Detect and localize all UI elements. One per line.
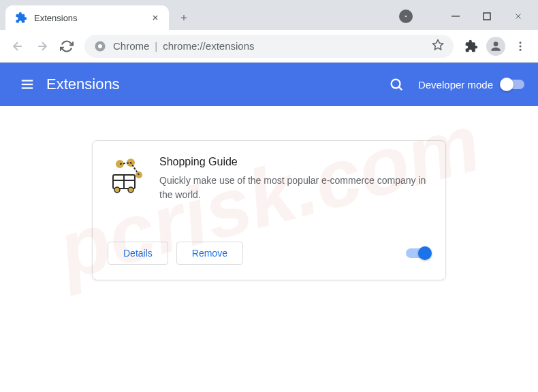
- menu-dots-icon[interactable]: [508, 34, 533, 59]
- window-minimize-button[interactable]: [440, 5, 471, 27]
- svg-rect-0: [452, 16, 460, 17]
- toggle-thumb: [500, 78, 513, 91]
- extension-name: Shopping Guide: [159, 156, 430, 168]
- dropdown-badge-icon[interactable]: [399, 10, 413, 23]
- window-maximize-button[interactable]: [471, 5, 503, 27]
- tab-title: Extensions: [34, 13, 150, 23]
- svg-point-20: [114, 187, 120, 193]
- svg-point-12: [392, 80, 400, 88]
- reload-button[interactable]: [54, 34, 79, 59]
- hamburger-menu-button[interactable]: [14, 71, 41, 98]
- svg-point-8: [520, 48, 522, 50]
- search-button[interactable]: [383, 71, 410, 98]
- omnibox[interactable]: Chrome | chrome://extensions: [84, 35, 454, 58]
- svg-point-3: [98, 44, 102, 48]
- remove-button[interactable]: Remove: [176, 242, 243, 265]
- tab-close-button[interactable]: [150, 12, 161, 23]
- address-bar: Chrome | chrome://extensions: [0, 30, 538, 63]
- new-tab-button[interactable]: [174, 8, 193, 27]
- window-close-button[interactable]: [503, 5, 534, 27]
- developer-mode-label: Developer mode: [418, 79, 493, 91]
- details-button[interactable]: Details: [108, 242, 168, 265]
- profile-avatar-icon[interactable]: [486, 37, 505, 56]
- extension-app-icon: [108, 156, 146, 194]
- page-title: Extensions: [46, 76, 120, 93]
- developer-mode-toggle[interactable]: [501, 80, 524, 89]
- toggle-thumb: [418, 246, 432, 260]
- svg-rect-1: [484, 13, 490, 20]
- extension-enable-toggle[interactable]: [406, 248, 430, 258]
- svg-point-7: [520, 45, 522, 47]
- content-area: Shopping Guide Quickly make use of the m…: [0, 106, 538, 392]
- back-button[interactable]: [5, 34, 30, 59]
- forward-button[interactable]: [30, 34, 54, 59]
- omnibox-text: Chrome | chrome://extensions: [113, 40, 255, 52]
- chrome-logo-icon: [94, 40, 106, 52]
- extension-description: Quickly make use of the most popular e-c…: [159, 174, 430, 202]
- svg-point-5: [494, 42, 499, 46]
- browser-tab[interactable]: Extensions: [5, 5, 169, 30]
- svg-point-6: [520, 42, 522, 44]
- extensions-header: Extensions Developer mode: [0, 63, 538, 106]
- extensions-puzzle-icon[interactable]: [459, 34, 484, 59]
- extension-puzzle-icon: [15, 12, 27, 24]
- svg-line-13: [399, 87, 402, 90]
- svg-point-21: [128, 187, 133, 193]
- svg-marker-4: [433, 39, 443, 49]
- bookmark-star-icon[interactable]: [432, 39, 444, 54]
- browser-titlebar: Extensions: [0, 0, 538, 30]
- extension-card: Shopping Guide Quickly make use of the m…: [92, 140, 446, 280]
